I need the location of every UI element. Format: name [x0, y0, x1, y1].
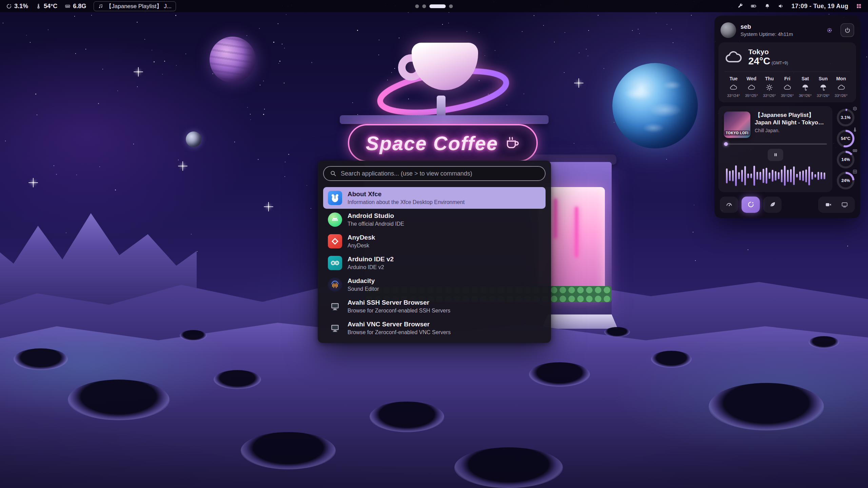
gauge-value: 24% [837, 172, 854, 189]
workspace-2[interactable] [422, 4, 426, 8]
forecast-temps: 33°/26° [835, 94, 848, 98]
seek-bar[interactable] [724, 143, 827, 145]
memory-indicator[interactable]: 6.8G [65, 3, 86, 10]
battery-icon[interactable] [751, 3, 757, 9]
star [279, 61, 280, 62]
crater [180, 330, 207, 341]
performance-mode-button[interactable] [720, 197, 738, 213]
app-description: Sound Editor [348, 286, 379, 292]
wave-bar [732, 170, 734, 181]
wave-bar [778, 172, 780, 179]
star [263, 114, 264, 115]
album-art[interactable]: TOKYO LOFI [724, 111, 750, 138]
star [154, 61, 155, 62]
sparkle-star [138, 71, 139, 73]
cpu-indicator[interactable]: 3.1% [6, 3, 28, 10]
stat-gauge-cpu: 3.1% [837, 109, 854, 126]
system-uptime: System Uptime: 4h11m [741, 31, 818, 37]
settings-button[interactable] [823, 23, 836, 37]
crater [14, 348, 68, 370]
shop-steps [542, 314, 618, 329]
balanced-mode-button[interactable] [742, 197, 760, 213]
purple-planet [210, 37, 256, 83]
now-playing-widget[interactable]: 【Japanese Playlist】 J... [94, 1, 176, 11]
star [56, 174, 57, 175]
pause-button[interactable] [768, 149, 783, 161]
star [579, 53, 579, 53]
launcher-item-audacity[interactable]: Audacity Sound Editor [323, 274, 546, 296]
app-name: Avahi VNC Server Browser [348, 321, 451, 328]
star [99, 166, 100, 167]
wave-bar [760, 172, 761, 180]
stat-gauge-disk: 24% [837, 172, 854, 189]
app-name: About Xfce [348, 190, 465, 198]
wave-bar [793, 166, 795, 185]
star [54, 165, 54, 166]
star [178, 160, 179, 160]
notification-bell-icon[interactable] [764, 3, 770, 9]
star [357, 30, 358, 31]
weather-timezone: (GMT+9) [772, 61, 788, 65]
star [639, 33, 640, 34]
launcher-item-avahi-ssh-server-browser[interactable]: Avahi SSH Server Browser Browse for Zero… [323, 296, 546, 317]
arduino-icon [328, 256, 342, 270]
ram-icon [852, 148, 857, 153]
wave-bar [790, 169, 792, 182]
star [847, 246, 848, 246]
forecast-temps: 35°/26° [781, 94, 794, 98]
memory-value: 6.8G [73, 3, 86, 10]
workspace-1[interactable] [415, 4, 419, 8]
thermometer-icon [36, 3, 41, 9]
star [574, 143, 574, 144]
volume-icon[interactable] [778, 3, 784, 9]
star [311, 62, 312, 63]
star [285, 162, 285, 162]
wave-bar [735, 165, 737, 186]
star [442, 24, 443, 25]
app-name: AnyDesk [348, 234, 375, 242]
wave-bar [741, 170, 743, 182]
wave-bar [808, 166, 810, 185]
app-menu-grid-icon[interactable] [856, 3, 862, 9]
tools-icon[interactable] [737, 3, 743, 9]
power-button[interactable] [841, 23, 854, 37]
crater [214, 370, 261, 389]
star [35, 94, 36, 95]
temperature-indicator[interactable]: 54°C [36, 3, 57, 10]
launcher-item-about-xfce[interactable]: About Xfce Information about the Xfce De… [323, 187, 546, 209]
launcher-item-avahi-vnc-server-browser[interactable]: Avahi VNC Server Browser Browse for Zero… [323, 317, 546, 339]
earth-planet [612, 63, 698, 148]
weather-widget: Tokyo 24°C(GMT+9) Tue33°/24°Wed35°/25°Th… [718, 42, 856, 102]
quick-actions-row [718, 196, 856, 214]
workspace-switcher[interactable] [415, 0, 453, 12]
star [282, 44, 282, 44]
clock[interactable]: 17:09 - Tue, 19 Aug [791, 3, 848, 10]
star [284, 176, 285, 177]
seek-handle[interactable] [724, 142, 728, 146]
workspace-4[interactable] [449, 4, 453, 8]
star [588, 30, 589, 31]
system-stats-column: 3.1%54°C14%24% [835, 106, 856, 192]
launcher-item-android-studio[interactable]: Android Studio The official Android IDE [323, 209, 546, 230]
star [74, 16, 75, 17]
star [656, 13, 656, 13]
cpu-icon [852, 106, 857, 111]
star [278, 63, 279, 64]
disk-icon [852, 169, 857, 174]
launcher-results: About Xfce Information about the Xfce De… [323, 187, 546, 339]
launcher-item-arduino-ide-v2[interactable]: Arduino IDE v2 Arduino IDE v2 [323, 252, 546, 274]
star [357, 114, 358, 115]
user-avatar[interactable] [721, 22, 736, 38]
search-input[interactable] [341, 170, 539, 177]
powersave-mode-button[interactable] [763, 197, 782, 213]
screen-record-button[interactable] [821, 198, 836, 211]
launcher-search[interactable] [323, 166, 546, 181]
wave-bar [821, 172, 822, 179]
display-button[interactable] [837, 198, 852, 211]
star [448, 23, 449, 23]
launcher-item-anydesk[interactable]: AnyDesk AnyDesk [323, 230, 546, 252]
workspace-3-active[interactable] [430, 4, 446, 8]
forecast-day-thu: Thu33°/26° [761, 76, 778, 98]
wave-bar [814, 174, 816, 178]
monitor-icon [328, 299, 342, 313]
